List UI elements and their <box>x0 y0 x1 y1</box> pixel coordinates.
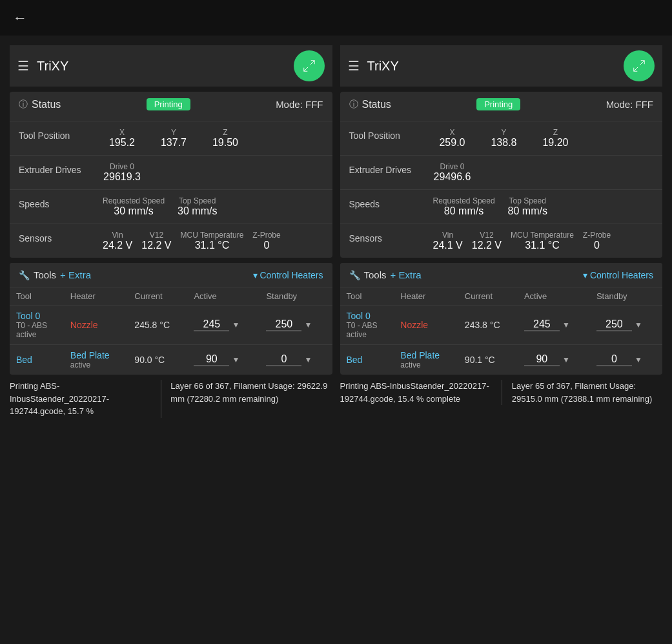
left-bed-current: 90.0 °C <box>128 345 187 375</box>
right-panel-title: TriXY <box>367 59 399 74</box>
right-layer-info: Layer 65 of 367, Filament Usage: 29515.0… <box>512 380 662 405</box>
left-speeds-section: Speeds Requested Speed 30 mm/s Top Speed… <box>10 190 332 224</box>
left-nozzle-current: 245.8 °C <box>128 306 187 345</box>
right-bed-active-arrow[interactable]: ▼ <box>562 355 570 364</box>
right-nozzle-standby-input[interactable] <box>596 318 632 331</box>
left-hamburger-icon[interactable]: ☰ <box>17 58 29 74</box>
right-fullscreen-button[interactable] <box>624 50 655 81</box>
left-zprobe-label: Z-Probe <box>252 231 280 240</box>
left-extra-link[interactable]: + Extra <box>60 269 91 280</box>
right-tool0-name: Tool 0 T0 - ABS active <box>340 306 394 345</box>
right-extra-link[interactable]: + Extra <box>391 269 422 280</box>
left-z-value: 19.50 <box>212 137 238 149</box>
left-nozzle-standby-input[interactable] <box>266 318 301 331</box>
left-fullscreen-button[interactable] <box>294 50 325 81</box>
svg-line-1 <box>303 67 307 71</box>
right-requested-label: Requested Speed <box>433 196 495 205</box>
left-panel-header: ☰ TriXY <box>10 45 332 87</box>
left-sensors-label: Sensors <box>19 231 103 244</box>
right-info-icon: ⓘ <box>349 99 358 110</box>
left-nozzle-active-input[interactable] <box>194 318 229 331</box>
right-zprobe-label: Z-Probe <box>583 231 611 240</box>
right-tools-table: Tool Heater Current Active Standby Tool … <box>340 287 663 375</box>
left-tool0-name: Tool 0 T0 - ABS active <box>10 306 64 345</box>
right-extruder-section: Extruder Drives Drive 0 29496.6 <box>340 156 663 190</box>
right-mode-label: Mode: FFF <box>606 99 653 110</box>
right-col-current: Current <box>458 287 518 306</box>
left-x-label: X <box>119 128 125 137</box>
right-printing-badge: Printing <box>476 98 520 110</box>
left-z-label: Z <box>223 128 227 137</box>
right-wrench-icon: 🔧 <box>349 270 360 280</box>
right-hamburger-icon[interactable]: ☰ <box>348 58 360 74</box>
left-layer-info: Layer 66 of 367, Filament Usage: 29622.9… <box>170 380 332 418</box>
right-bed-active-input[interactable] <box>524 353 560 366</box>
right-status-label: Status <box>362 99 391 110</box>
right-control-heaters-link[interactable]: ▾ Control Heaters <box>583 270 653 280</box>
left-print-status: Printing ABS-InbusStaender_20220217-1927… <box>10 380 151 418</box>
right-tools-title: Tools <box>364 269 387 280</box>
right-fullscreen-icon <box>632 59 646 73</box>
svg-line-2 <box>640 61 644 65</box>
right-extruder-label: Extruder Drives <box>349 162 433 175</box>
right-speeds-section: Speeds Requested Speed 80 mm/s Top Speed… <box>340 190 663 224</box>
right-bed-active[interactable]: ▼ <box>518 345 590 375</box>
left-bed-standby[interactable]: ▼ <box>260 345 332 375</box>
left-info-icon: ⓘ <box>19 99 28 110</box>
right-nozzle-standby[interactable]: ▼ <box>590 306 662 345</box>
left-control-heaters-link[interactable]: ▾ Control Heaters <box>253 270 323 280</box>
left-bed-active-input[interactable] <box>194 353 229 366</box>
left-col-current: Current <box>128 287 187 306</box>
right-bed-standby-arrow[interactable]: ▼ <box>635 355 642 364</box>
right-vin-value: 24.1 V <box>433 240 463 251</box>
back-icon[interactable]: ← <box>13 10 27 26</box>
left-nozzle-active[interactable]: ▼ <box>187 306 260 345</box>
right-status-header-section: ⓘ Status Printing Mode: FFF <box>340 92 663 121</box>
left-bed-active[interactable]: ▼ <box>187 345 260 375</box>
left-wrench-icon: 🔧 <box>19 270 30 280</box>
left-bed-active-arrow[interactable]: ▼ <box>232 355 239 364</box>
left-bed-standby-input[interactable] <box>266 353 301 366</box>
right-top-speed-label: Top Speed <box>509 196 546 205</box>
right-mcu-label: MCU Temperature <box>511 231 574 240</box>
left-status-card: ⓘ Status Printing Mode: FFF Tool Positio… <box>10 92 332 258</box>
right-bedplate-heater: Bed Plate active <box>394 345 458 375</box>
right-nozzle-heater: Nozzle <box>394 306 458 345</box>
right-panel: ☰ TriXY ⓘ Status Prin <box>337 42 666 421</box>
right-sensors-section: Sensors Vin 24.1 V V12 12.2 V MCU Temper… <box>340 224 663 258</box>
main-content: ☰ TriXY ⓘ Status <box>0 36 672 428</box>
right-panel-header: ☰ TriXY <box>340 45 663 87</box>
right-nozzle-standby-arrow[interactable]: ▼ <box>635 320 642 329</box>
left-nozzle-standby-arrow[interactable]: ▼ <box>304 320 312 329</box>
right-tool-position-section: Tool Position X 259.0 Y 138.8 Z 19.20 <box>340 121 663 156</box>
left-vin-value: 24.2 V <box>103 240 132 251</box>
right-sensors-label: Sensors <box>349 231 433 244</box>
right-z-label: Z <box>553 128 558 137</box>
right-nozzle-current: 243.8 °C <box>458 306 518 345</box>
right-bed-standby[interactable]: ▼ <box>590 345 662 375</box>
right-tool-row-0: Tool 0 T0 - ABS active Nozzle 243.8 °C <box>340 306 663 345</box>
left-nozzle-standby[interactable]: ▼ <box>260 306 332 345</box>
left-extruder-section: Extruder Drives Drive 0 29619.3 <box>10 156 332 190</box>
right-nozzle-active-input[interactable] <box>524 318 560 331</box>
left-status-header-section: ⓘ Status Printing Mode: FFF <box>10 92 332 121</box>
right-bottom-bar: Printing ABS-InbusStaender_20220217-1927… <box>340 380 663 405</box>
right-bed-standby-input[interactable] <box>596 353 632 366</box>
left-tool-position-section: Tool Position X 195.2 Y 137.7 Z 19.50 <box>10 121 332 156</box>
left-bed-name: Bed <box>10 345 64 375</box>
left-top-speed-value: 30 mm/s <box>178 205 217 217</box>
left-tool-position-label: Tool Position <box>19 128 103 141</box>
left-extruder-label: Extruder Drives <box>19 162 103 175</box>
right-print-status: Printing ABS-InbusStaender_20220217-1927… <box>340 380 493 405</box>
right-y-value: 138.8 <box>491 137 516 149</box>
left-v12-label: V12 <box>150 231 163 240</box>
right-nozzle-active-arrow[interactable]: ▼ <box>562 320 570 329</box>
left-vin-label: Vin <box>112 231 123 240</box>
right-nozzle-active[interactable]: ▼ <box>518 306 590 345</box>
right-tools-card: 🔧 Tools + Extra ▾ Control Heaters Tool H… <box>340 263 663 375</box>
left-nozzle-active-arrow[interactable]: ▼ <box>232 320 239 329</box>
left-bedplate-heater: Bed Plate active <box>64 345 128 375</box>
left-bed-standby-arrow[interactable]: ▼ <box>304 355 312 364</box>
right-vin-label: Vin <box>442 231 453 240</box>
left-requested-value: 30 mm/s <box>114 205 153 217</box>
